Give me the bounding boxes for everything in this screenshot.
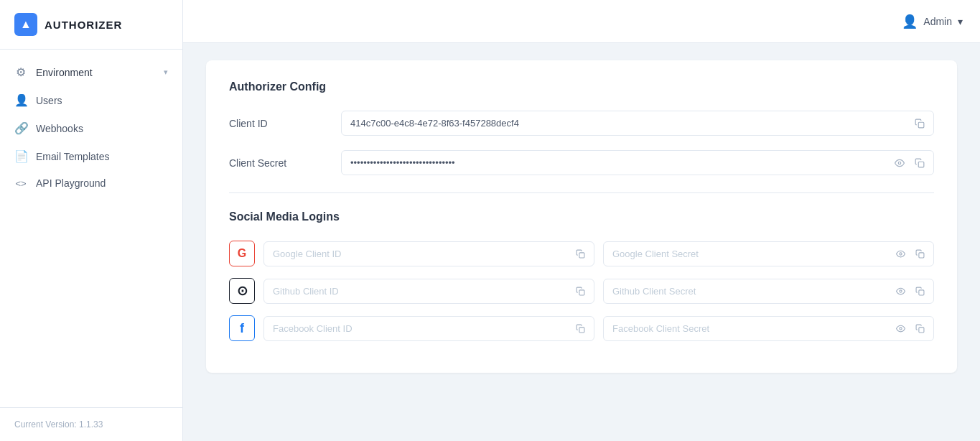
svg-point-10 [900, 327, 902, 329]
copy-secret-button[interactable] [912, 157, 928, 170]
github-client-id-wrapper [263, 279, 594, 304]
github-row: ⊙ [229, 278, 934, 304]
svg-rect-5 [919, 252, 924, 257]
client-id-input-wrapper [341, 111, 934, 136]
user-label: Admin [923, 16, 952, 27]
toggle-facebook-secret-button[interactable] [893, 322, 908, 335]
main-area: 👤 Admin ▾ Authorizer Config Client ID [183, 0, 980, 441]
facebook-fields [263, 316, 934, 341]
client-secret-label: Client Secret [229, 157, 330, 169]
google-row: G [229, 241, 934, 266]
sidebar-item-environment[interactable]: ⚙ Environment ▾ [0, 58, 182, 86]
toggle-secret-visibility-button[interactable] [892, 157, 907, 170]
svg-rect-8 [919, 289, 924, 294]
section-divider [229, 192, 934, 193]
client-secret-input-wrapper [341, 150, 934, 175]
sidebar-item-api-playground[interactable]: <> API Playground [0, 170, 182, 196]
gear-icon: ⚙ [14, 65, 27, 79]
svg-rect-9 [579, 327, 584, 332]
google-client-secret-input[interactable] [604, 242, 893, 266]
google-client-secret-wrapper [603, 241, 934, 266]
copy-github-client-id-button[interactable] [573, 285, 588, 297]
chevron-down-icon: ▾ [958, 16, 963, 27]
config-card: Authorizer Config Client ID Client Secre… [206, 60, 957, 373]
client-id-label: Client ID [229, 118, 330, 129]
logo-icon: ▲ [14, 13, 37, 36]
facebook-row: f [229, 315, 934, 341]
google-icon: G [229, 241, 255, 266]
social-media-title: Social Media Logins [229, 210, 934, 223]
google-client-id-input[interactable] [264, 242, 573, 266]
facebook-client-secret-wrapper [603, 316, 934, 341]
svg-point-4 [900, 252, 902, 254]
sidebar-footer: Current Version: 1.1.33 [0, 407, 182, 441]
svg-rect-3 [579, 252, 584, 257]
facebook-client-id-wrapper [263, 316, 594, 341]
sidebar-item-label: Environment [36, 67, 93, 78]
client-id-input[interactable] [342, 111, 912, 135]
svg-rect-6 [579, 289, 584, 294]
facebook-client-id-input[interactable] [264, 317, 573, 340]
facebook-icon: f [229, 315, 255, 341]
sidebar-item-email-templates[interactable]: 📄 Email Templates [0, 142, 182, 170]
sidebar: ▲ AUTHORIZER ⚙ Environment ▾ 👤 Users 🔗 W… [0, 0, 183, 441]
toggle-google-secret-button[interactable] [893, 248, 908, 260]
github-client-secret-wrapper [603, 279, 934, 304]
authorizer-config-title: Authorizer Config [229, 80, 934, 93]
sidebar-logo: ▲ AUTHORIZER [0, 0, 182, 50]
sidebar-item-users[interactable]: 👤 Users [0, 86, 182, 114]
document-icon: 📄 [14, 149, 27, 163]
sidebar-item-label: Webhooks [36, 123, 83, 134]
sidebar-item-label: Email Templates [36, 151, 109, 162]
copy-google-client-id-button[interactable] [573, 248, 588, 260]
code-icon: <> [14, 178, 27, 189]
facebook-client-secret-input[interactable] [604, 317, 893, 340]
google-fields [263, 241, 934, 266]
sidebar-item-label: Users [36, 95, 62, 106]
topbar: 👤 Admin ▾ [183, 0, 980, 43]
copy-facebook-secret-button[interactable] [913, 322, 928, 335]
svg-point-7 [900, 289, 902, 292]
sidebar-nav: ⚙ Environment ▾ 👤 Users 🔗 Webhooks 📄 Ema… [0, 50, 182, 407]
link-icon: 🔗 [14, 121, 27, 135]
copy-google-secret-button[interactable] [913, 248, 928, 260]
google-client-id-wrapper [263, 241, 594, 266]
github-fields [263, 279, 934, 304]
sidebar-item-webhooks[interactable]: 🔗 Webhooks [0, 114, 182, 142]
client-secret-row: Client Secret [229, 150, 934, 175]
sidebar-item-label: API Playground [36, 177, 106, 189]
user-menu[interactable]: 👤 Admin ▾ [902, 14, 963, 29]
copy-github-secret-button[interactable] [913, 285, 928, 297]
github-icon: ⊙ [229, 278, 255, 304]
copy-client-id-button[interactable] [912, 117, 928, 130]
github-client-id-input[interactable] [264, 279, 573, 303]
svg-point-1 [898, 162, 901, 164]
chevron-down-icon: ▾ [164, 68, 168, 77]
client-id-row: Client ID [229, 111, 934, 136]
github-client-secret-input[interactable] [604, 279, 893, 303]
svg-rect-2 [918, 162, 924, 167]
user-icon: 👤 [14, 93, 27, 107]
svg-rect-11 [919, 327, 924, 332]
copy-facebook-client-id-button[interactable] [573, 322, 588, 335]
version-label: Current Version: 1.1.33 [14, 419, 103, 430]
client-secret-input[interactable] [342, 151, 892, 175]
client-secret-actions [892, 157, 933, 170]
logo-text: AUTHORIZER [45, 19, 122, 31]
user-avatar-icon: 👤 [902, 14, 918, 29]
toggle-github-secret-button[interactable] [893, 285, 908, 297]
content-area: Authorizer Config Client ID Client Secre… [183, 43, 980, 441]
svg-rect-0 [918, 122, 924, 128]
client-id-actions [912, 117, 933, 130]
